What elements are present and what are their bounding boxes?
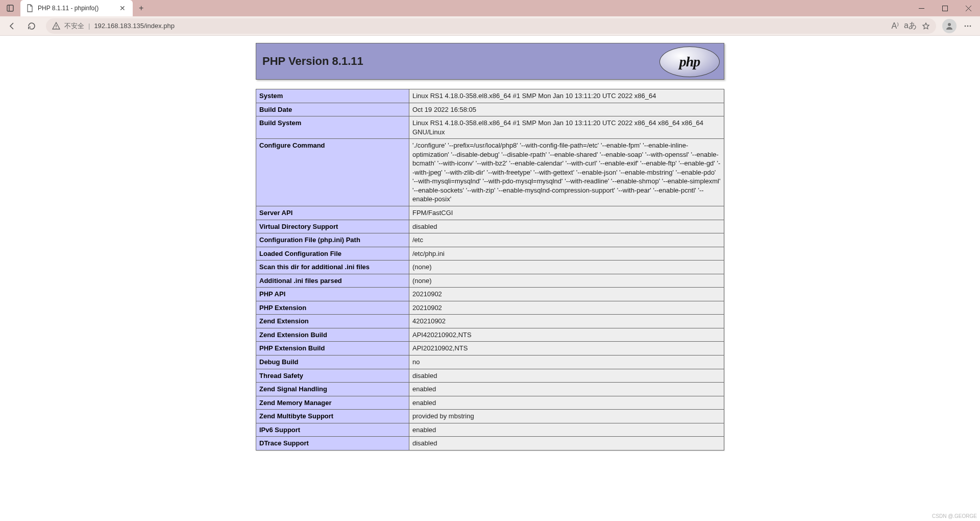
config-key: PHP Extension: [256, 301, 409, 315]
file-icon: [26, 4, 34, 12]
svg-point-9: [965, 25, 966, 27]
config-value: Linux RS1 4.18.0-358.el8.x86_64 #1 SMP M…: [409, 89, 724, 103]
phpinfo-content: PHP Version 8.1.11 php SystemLinux RS1 4…: [256, 43, 724, 451]
config-value: 20210902: [409, 301, 724, 315]
config-key: Zend Multibyte Support: [256, 410, 409, 423]
close-window-button[interactable]: [957, 0, 980, 16]
table-row: Zend Multibyte Supportprovided by mbstri…: [256, 410, 724, 423]
config-value: /etc: [409, 233, 724, 247]
config-value: Oct 19 2022 16:58:05: [409, 103, 724, 116]
config-value: provided by mbstring: [409, 410, 724, 423]
config-key: IPv6 Support: [256, 423, 409, 437]
back-button[interactable]: [4, 18, 20, 34]
not-secure-icon: [52, 22, 60, 30]
config-key: Configuration File (php.ini) Path: [256, 233, 409, 247]
config-key: Thread Safety: [256, 369, 409, 383]
page-title: PHP Version 8.1.11: [262, 55, 363, 68]
translate-icon[interactable]: aあ: [904, 20, 917, 31]
table-row: Scan this dir for additional .ini files(…: [256, 260, 724, 274]
phpinfo-table: SystemLinux RS1 4.18.0-358.el8.x86_64 #1…: [256, 89, 724, 451]
svg-rect-3: [942, 6, 947, 11]
config-value: Linux RS1 4.18.0-358.el8.x86_64 #1 SMP M…: [409, 116, 724, 139]
table-row: Build SystemLinux RS1 4.18.0-358.el8.x86…: [256, 116, 724, 139]
svg-point-8: [948, 23, 951, 26]
svg-point-7: [56, 28, 57, 29]
config-key: Zend Memory Manager: [256, 396, 409, 410]
php-logo-text: php: [659, 46, 720, 77]
config-value: enabled: [409, 383, 724, 396]
url-text: 192.168.183.135/index.php: [94, 22, 175, 30]
address-bar[interactable]: 不安全 | 192.168.183.135/index.php A⁾ aあ: [46, 18, 936, 34]
config-key: System: [256, 89, 409, 103]
table-row: Configuration File (php.ini) Path/etc: [256, 233, 724, 247]
config-value: API420210902,NTS: [409, 328, 724, 342]
page-viewport[interactable]: PHP Version 8.1.11 php SystemLinux RS1 4…: [0, 36, 980, 521]
config-key: Debug Build: [256, 356, 409, 369]
table-row: Thread Safetydisabled: [256, 369, 724, 383]
config-value: disabled: [409, 220, 724, 233]
config-key: Build System: [256, 116, 409, 139]
favorites-icon[interactable]: [922, 22, 930, 30]
table-row: Zend Extension BuildAPI420210902,NTS: [256, 328, 724, 342]
config-value: disabled: [409, 437, 724, 451]
table-row: Zend Signal Handlingenabled: [256, 383, 724, 396]
config-value: 20210902: [409, 288, 724, 301]
config-value: 420210902: [409, 315, 724, 328]
refresh-button[interactable]: [23, 18, 40, 34]
config-key: Loaded Configuration File: [256, 247, 409, 260]
minimize-button[interactable]: [910, 0, 933, 16]
table-row: PHP Extension BuildAPI20210902,NTS: [256, 342, 724, 356]
table-row: IPv6 Supportenabled: [256, 423, 724, 437]
config-value: (none): [409, 274, 724, 288]
config-value: './configure' '--prefix=/usr/local/php8'…: [409, 139, 724, 206]
config-key: Build Date: [256, 103, 409, 116]
security-label: 不安全: [64, 21, 84, 31]
config-value: enabled: [409, 423, 724, 437]
config-value: enabled: [409, 396, 724, 410]
window-controls: [910, 0, 980, 16]
browser-toolbar: 不安全 | 192.168.183.135/index.php A⁾ aあ: [0, 16, 980, 36]
svg-point-10: [967, 25, 969, 27]
table-row: Loaded Configuration File/etc/php.ini: [256, 247, 724, 260]
more-menu-button[interactable]: [960, 18, 976, 34]
config-value: FPM/FastCGI: [409, 206, 724, 220]
profile-button[interactable]: [942, 19, 957, 33]
svg-rect-0: [7, 5, 13, 11]
table-row: Server APIFPM/FastCGI: [256, 206, 724, 220]
table-row: PHP API20210902: [256, 288, 724, 301]
config-key: Zend Extension: [256, 315, 409, 328]
table-row: Zend Memory Managerenabled: [256, 396, 724, 410]
table-row: DTrace Supportdisabled: [256, 437, 724, 451]
php-logo: php: [659, 46, 720, 77]
separator: |: [88, 22, 90, 30]
window-titlebar: PHP 8.1.11 - phpinfo() ✕ +: [0, 0, 980, 16]
read-aloud-icon[interactable]: A⁾: [891, 21, 899, 31]
close-tab-icon[interactable]: ✕: [117, 4, 128, 12]
new-tab-button[interactable]: +: [133, 4, 150, 13]
browser-tab[interactable]: PHP 8.1.11 - phpinfo() ✕: [20, 0, 133, 16]
table-row: PHP Extension20210902: [256, 301, 724, 315]
config-key: Scan this dir for additional .ini files: [256, 260, 409, 274]
table-row: Additional .ini files parsed(none): [256, 274, 724, 288]
table-row: Build DateOct 19 2022 16:58:05: [256, 103, 724, 116]
table-row: Zend Extension420210902: [256, 315, 724, 328]
config-value: API20210902,NTS: [409, 342, 724, 356]
config-key: Zend Signal Handling: [256, 383, 409, 396]
config-value: (none): [409, 260, 724, 274]
svg-point-11: [970, 25, 971, 27]
maximize-button[interactable]: [933, 0, 957, 16]
tab-title: PHP 8.1.11 - phpinfo(): [38, 5, 113, 12]
config-key: PHP API: [256, 288, 409, 301]
config-value: no: [409, 356, 724, 369]
table-row: SystemLinux RS1 4.18.0-358.el8.x86_64 #1…: [256, 89, 724, 103]
config-value: /etc/php.ini: [409, 247, 724, 260]
config-key: DTrace Support: [256, 437, 409, 451]
config-key: Server API: [256, 206, 409, 220]
tab-actions-icon[interactable]: [0, 4, 20, 12]
phpinfo-header: PHP Version 8.1.11 php: [256, 43, 724, 80]
watermark: CSDN @.GEORGE: [932, 513, 977, 519]
table-row: Virtual Directory Supportdisabled: [256, 220, 724, 233]
config-key: Configure Command: [256, 139, 409, 206]
config-key: PHP Extension Build: [256, 342, 409, 356]
table-row: Debug Buildno: [256, 356, 724, 369]
